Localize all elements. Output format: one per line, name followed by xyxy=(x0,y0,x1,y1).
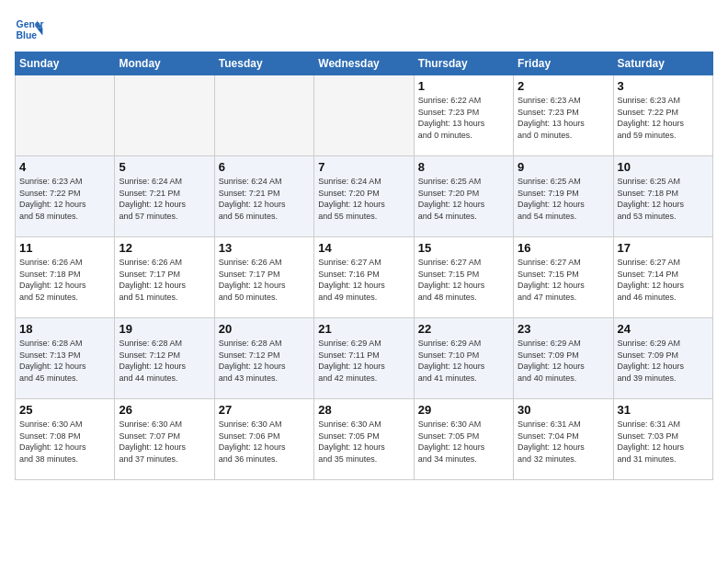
day-number: 13 xyxy=(219,241,310,255)
page-header: General Blue xyxy=(15,15,713,44)
logo: General Blue xyxy=(15,15,44,44)
day-number: 10 xyxy=(618,160,709,174)
svg-text:Blue: Blue xyxy=(17,30,38,40)
day-number: 3 xyxy=(618,79,709,93)
day-info: Sunrise: 6:24 AM Sunset: 7:21 PM Dayligh… xyxy=(119,176,210,222)
day-cell: 26Sunrise: 6:30 AM Sunset: 7:07 PM Dayli… xyxy=(115,399,214,480)
day-cell: 20Sunrise: 6:28 AM Sunset: 7:12 PM Dayli… xyxy=(214,318,313,399)
day-number: 21 xyxy=(318,322,409,336)
day-cell: 18Sunrise: 6:28 AM Sunset: 7:13 PM Dayli… xyxy=(16,318,115,399)
week-row-2: 4Sunrise: 6:23 AM Sunset: 7:22 PM Daylig… xyxy=(16,156,713,237)
day-number: 11 xyxy=(19,241,110,255)
day-cell: 31Sunrise: 6:31 AM Sunset: 7:03 PM Dayli… xyxy=(613,399,712,480)
col-header-sunday: Sunday xyxy=(16,52,115,75)
day-cell: 19Sunrise: 6:28 AM Sunset: 7:12 PM Dayli… xyxy=(115,318,214,399)
day-cell: 30Sunrise: 6:31 AM Sunset: 7:04 PM Dayli… xyxy=(514,399,613,480)
day-number: 20 xyxy=(219,322,310,336)
day-cell: 15Sunrise: 6:27 AM Sunset: 7:15 PM Dayli… xyxy=(414,237,513,318)
day-info: Sunrise: 6:27 AM Sunset: 7:14 PM Dayligh… xyxy=(618,257,709,303)
logo-icon: General Blue xyxy=(15,15,44,44)
day-cell: 24Sunrise: 6:29 AM Sunset: 7:09 PM Dayli… xyxy=(613,318,712,399)
day-number: 6 xyxy=(219,160,310,174)
day-cell: 22Sunrise: 6:29 AM Sunset: 7:10 PM Dayli… xyxy=(414,318,513,399)
day-number: 28 xyxy=(318,403,409,417)
day-info: Sunrise: 6:28 AM Sunset: 7:12 PM Dayligh… xyxy=(219,338,310,384)
day-number: 19 xyxy=(119,322,210,336)
day-cell: 10Sunrise: 6:25 AM Sunset: 7:18 PM Dayli… xyxy=(613,156,712,237)
day-info: Sunrise: 6:29 AM Sunset: 7:11 PM Dayligh… xyxy=(318,338,409,384)
day-number: 26 xyxy=(119,403,210,417)
day-cell: 8Sunrise: 6:25 AM Sunset: 7:20 PM Daylig… xyxy=(414,156,513,237)
day-cell xyxy=(115,75,214,156)
day-cell: 14Sunrise: 6:27 AM Sunset: 7:16 PM Dayli… xyxy=(314,237,414,318)
day-info: Sunrise: 6:28 AM Sunset: 7:12 PM Dayligh… xyxy=(119,338,210,384)
day-cell: 27Sunrise: 6:30 AM Sunset: 7:06 PM Dayli… xyxy=(214,399,313,480)
day-cell: 17Sunrise: 6:27 AM Sunset: 7:14 PM Dayli… xyxy=(613,237,712,318)
day-cell: 5Sunrise: 6:24 AM Sunset: 7:21 PM Daylig… xyxy=(115,156,214,237)
day-info: Sunrise: 6:24 AM Sunset: 7:20 PM Dayligh… xyxy=(318,176,409,222)
day-number: 4 xyxy=(19,160,110,174)
day-info: Sunrise: 6:27 AM Sunset: 7:15 PM Dayligh… xyxy=(518,257,609,303)
day-number: 22 xyxy=(418,322,509,336)
day-cell: 28Sunrise: 6:30 AM Sunset: 7:05 PM Dayli… xyxy=(314,399,414,480)
day-cell: 23Sunrise: 6:29 AM Sunset: 7:09 PM Dayli… xyxy=(514,318,613,399)
col-header-monday: Monday xyxy=(115,52,214,75)
day-info: Sunrise: 6:27 AM Sunset: 7:15 PM Dayligh… xyxy=(418,257,509,303)
day-cell xyxy=(16,75,115,156)
day-info: Sunrise: 6:25 AM Sunset: 7:20 PM Dayligh… xyxy=(418,176,509,222)
col-header-tuesday: Tuesday xyxy=(214,52,313,75)
day-info: Sunrise: 6:23 AM Sunset: 7:22 PM Dayligh… xyxy=(618,95,709,141)
day-cell: 9Sunrise: 6:25 AM Sunset: 7:19 PM Daylig… xyxy=(514,156,613,237)
day-info: Sunrise: 6:30 AM Sunset: 7:06 PM Dayligh… xyxy=(219,419,310,465)
day-number: 9 xyxy=(518,160,609,174)
day-cell: 3Sunrise: 6:23 AM Sunset: 7:22 PM Daylig… xyxy=(613,75,712,156)
day-number: 27 xyxy=(219,403,310,417)
day-cell: 7Sunrise: 6:24 AM Sunset: 7:20 PM Daylig… xyxy=(314,156,414,237)
day-cell: 13Sunrise: 6:26 AM Sunset: 7:17 PM Dayli… xyxy=(214,237,313,318)
day-info: Sunrise: 6:30 AM Sunset: 7:07 PM Dayligh… xyxy=(119,419,210,465)
day-cell xyxy=(314,75,414,156)
day-header-row: SundayMondayTuesdayWednesdayThursdayFrid… xyxy=(16,52,713,75)
day-info: Sunrise: 6:31 AM Sunset: 7:04 PM Dayligh… xyxy=(518,419,609,465)
day-number: 14 xyxy=(318,241,409,255)
day-info: Sunrise: 6:31 AM Sunset: 7:03 PM Dayligh… xyxy=(618,419,709,465)
day-number: 16 xyxy=(518,241,609,255)
week-row-1: 1Sunrise: 6:22 AM Sunset: 7:23 PM Daylig… xyxy=(16,75,713,156)
day-cell: 25Sunrise: 6:30 AM Sunset: 7:08 PM Dayli… xyxy=(16,399,115,480)
day-info: Sunrise: 6:26 AM Sunset: 7:18 PM Dayligh… xyxy=(19,257,110,303)
day-info: Sunrise: 6:30 AM Sunset: 7:05 PM Dayligh… xyxy=(318,419,409,465)
day-cell: 1Sunrise: 6:22 AM Sunset: 7:23 PM Daylig… xyxy=(414,75,513,156)
day-number: 18 xyxy=(19,322,110,336)
day-number: 15 xyxy=(418,241,509,255)
col-header-saturday: Saturday xyxy=(613,52,712,75)
day-number: 31 xyxy=(618,403,709,417)
day-info: Sunrise: 6:24 AM Sunset: 7:21 PM Dayligh… xyxy=(219,176,310,222)
day-number: 7 xyxy=(318,160,409,174)
day-info: Sunrise: 6:30 AM Sunset: 7:05 PM Dayligh… xyxy=(418,419,509,465)
week-row-4: 18Sunrise: 6:28 AM Sunset: 7:13 PM Dayli… xyxy=(16,318,713,399)
day-number: 5 xyxy=(119,160,210,174)
day-number: 29 xyxy=(418,403,509,417)
day-cell xyxy=(214,75,313,156)
day-info: Sunrise: 6:30 AM Sunset: 7:08 PM Dayligh… xyxy=(19,419,110,465)
day-cell: 11Sunrise: 6:26 AM Sunset: 7:18 PM Dayli… xyxy=(16,237,115,318)
day-cell: 21Sunrise: 6:29 AM Sunset: 7:11 PM Dayli… xyxy=(314,318,414,399)
day-cell: 4Sunrise: 6:23 AM Sunset: 7:22 PM Daylig… xyxy=(16,156,115,237)
week-row-5: 25Sunrise: 6:30 AM Sunset: 7:08 PM Dayli… xyxy=(16,399,713,480)
day-info: Sunrise: 6:29 AM Sunset: 7:10 PM Dayligh… xyxy=(418,338,509,384)
day-number: 30 xyxy=(518,403,609,417)
day-number: 25 xyxy=(19,403,110,417)
day-info: Sunrise: 6:28 AM Sunset: 7:13 PM Dayligh… xyxy=(19,338,110,384)
day-number: 12 xyxy=(119,241,210,255)
day-number: 24 xyxy=(618,322,709,336)
day-info: Sunrise: 6:23 AM Sunset: 7:22 PM Dayligh… xyxy=(19,176,110,222)
day-cell: 6Sunrise: 6:24 AM Sunset: 7:21 PM Daylig… xyxy=(214,156,313,237)
col-header-friday: Friday xyxy=(514,52,613,75)
day-cell: 29Sunrise: 6:30 AM Sunset: 7:05 PM Dayli… xyxy=(414,399,513,480)
col-header-thursday: Thursday xyxy=(414,52,513,75)
day-info: Sunrise: 6:23 AM Sunset: 7:23 PM Dayligh… xyxy=(518,95,609,141)
day-info: Sunrise: 6:22 AM Sunset: 7:23 PM Dayligh… xyxy=(418,95,509,141)
day-number: 1 xyxy=(418,79,509,93)
day-info: Sunrise: 6:27 AM Sunset: 7:16 PM Dayligh… xyxy=(318,257,409,303)
calendar-table: SundayMondayTuesdayWednesdayThursdayFrid… xyxy=(15,52,713,480)
